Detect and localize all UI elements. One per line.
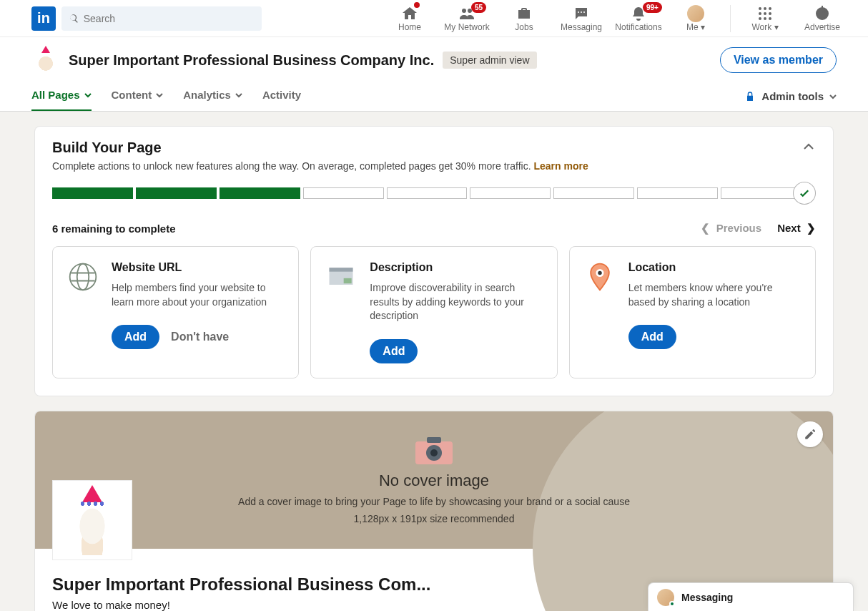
learn-more-link[interactable]: Learn more: [533, 160, 588, 172]
progress-seg: [553, 187, 634, 199]
chevron-down-icon: [84, 92, 92, 99]
tab-all-pages[interactable]: All Pages: [31, 82, 92, 111]
nav-items: Home 55 My Network Jobs Messaging 99+ No…: [381, 2, 851, 35]
task-location: Location Let members know where you're b…: [569, 246, 816, 378]
view-as-member-button[interactable]: View as member: [720, 47, 837, 73]
document-icon: [325, 261, 357, 293]
tab-all-pages-label: All Pages: [31, 89, 80, 101]
add-location-button[interactable]: Add: [628, 325, 676, 349]
task-desc: Let members know where you're based by s…: [628, 281, 801, 309]
linkedin-logo[interactable]: in: [31, 6, 56, 31]
build-page-title: Build Your Page: [52, 140, 588, 156]
task-website: Website URL Help members find your websi…: [52, 246, 299, 378]
nav-home-label: Home: [398, 22, 421, 32]
remaining-count: 6 remaining to complete: [52, 223, 176, 235]
status-online-icon: [669, 601, 675, 607]
dock-avatar: [657, 589, 674, 606]
svg-point-11: [769, 17, 771, 20]
page-title: Super Important Professional Business Co…: [52, 575, 430, 595]
svg-point-0: [578, 11, 579, 13]
page-header: Super Important Professional Business Co…: [0, 37, 868, 112]
svg-point-6: [759, 12, 761, 15]
chevron-down-icon: [235, 92, 242, 99]
search-box[interactable]: [61, 6, 262, 31]
svg-point-23: [430, 449, 438, 456]
cover-image-area: No cover image Add a cover image to brin…: [35, 411, 833, 549]
admin-tools-menu[interactable]: Admin tools: [744, 90, 837, 102]
tab-content[interactable]: Content: [112, 82, 164, 111]
nav-me[interactable]: Me ▾: [667, 2, 724, 35]
nav-work-label: Work: [751, 22, 771, 32]
nav-jobs-label: Jobs: [515, 22, 533, 32]
build-page-subtitle-text: Complete actions to unlock new features …: [52, 160, 533, 172]
company-logo-large[interactable]: [52, 480, 132, 560]
nav-me-label: Me: [686, 22, 699, 32]
svg-point-1: [581, 11, 582, 13]
page-profile-card: No cover image Add a cover image to brin…: [34, 411, 834, 611]
briefcase-icon: [516, 5, 533, 22]
svg-rect-21: [427, 437, 441, 443]
build-page-card: Build Your Page Complete actions to unlo…: [34, 126, 834, 396]
nav-messaging[interactable]: Messaging: [553, 2, 610, 35]
no-cover-title: No cover image: [379, 471, 489, 490]
nav-jobs[interactable]: Jobs: [495, 2, 553, 35]
nav-network-label: My Network: [444, 22, 489, 32]
task-title: Description: [370, 261, 542, 274]
svg-point-2: [583, 11, 585, 13]
progress-bar: [52, 182, 816, 205]
progress-seg: [52, 187, 133, 199]
nav-notif-label: Notifications: [615, 22, 661, 32]
admin-tabs: All Pages Content Analytics Activity Adm…: [31, 82, 837, 111]
tab-analytics[interactable]: Analytics: [183, 82, 242, 111]
search-input[interactable]: [84, 13, 255, 24]
collapse-button[interactable]: [802, 140, 816, 157]
dont-have-button[interactable]: Don't have: [171, 331, 229, 343]
progress-seg: [387, 187, 468, 199]
tagline: We love to make money!: [52, 599, 430, 611]
svg-point-7: [764, 12, 766, 15]
main-content: Build Your Page Complete actions to unlo…: [17, 112, 851, 611]
pin-icon: [584, 261, 616, 293]
chevron-up-icon: [802, 140, 816, 154]
task-row: Website URL Help members find your websi…: [52, 246, 816, 378]
top-nav: in Home 55 My Network Jobs Messaging 99+…: [0, 0, 868, 37]
company-logo-small: [31, 46, 60, 74]
lock-icon: [744, 91, 756, 102]
add-website-button[interactable]: Add: [112, 325, 159, 349]
messaging-dock[interactable]: Messaging: [648, 582, 854, 611]
globe-icon: [67, 261, 99, 293]
camera-icon: [414, 436, 454, 466]
task-desc: Improve discoverability in search result…: [370, 281, 542, 323]
progress-seg: [220, 187, 300, 199]
pencil-icon: [804, 428, 817, 441]
search-icon: [69, 13, 79, 24]
grid-icon: [756, 5, 774, 22]
svg-point-9: [759, 17, 761, 20]
add-description-button[interactable]: Add: [370, 339, 418, 363]
no-cover-line1: Add a cover image to bring your Page to …: [238, 496, 630, 507]
task-pager: ❮ Previous Next ❯: [701, 222, 816, 235]
no-cover-line2: 1,128px x 191px size recommended: [354, 513, 515, 524]
nav-notifications[interactable]: 99+ Notifications: [610, 2, 667, 35]
nav-network[interactable]: 55 My Network: [438, 2, 495, 35]
chat-icon: [573, 5, 590, 22]
admin-view-badge: Super admin view: [443, 52, 536, 69]
nav-messaging-label: Messaging: [561, 22, 602, 32]
edit-cover-button[interactable]: [797, 421, 823, 447]
nav-work[interactable]: Work ▾: [736, 2, 794, 35]
nav-separator: [730, 5, 731, 32]
svg-point-14: [77, 264, 89, 290]
build-page-subtitle: Complete actions to unlock new features …: [52, 160, 588, 172]
nav-advertise[interactable]: Advertise: [794, 2, 851, 35]
svg-point-3: [759, 7, 761, 10]
next-button[interactable]: Next ❯: [777, 222, 816, 235]
svg-point-5: [769, 7, 771, 10]
svg-rect-16: [330, 268, 353, 272]
tab-activity[interactable]: Activity: [262, 82, 301, 111]
svg-rect-17: [344, 278, 352, 283]
nav-home[interactable]: Home: [381, 2, 438, 35]
progress-seg: [637, 187, 718, 199]
target-icon: [814, 5, 831, 22]
prev-button[interactable]: ❮ Previous: [701, 222, 761, 235]
nav-advertise-label: Advertise: [804, 22, 840, 32]
